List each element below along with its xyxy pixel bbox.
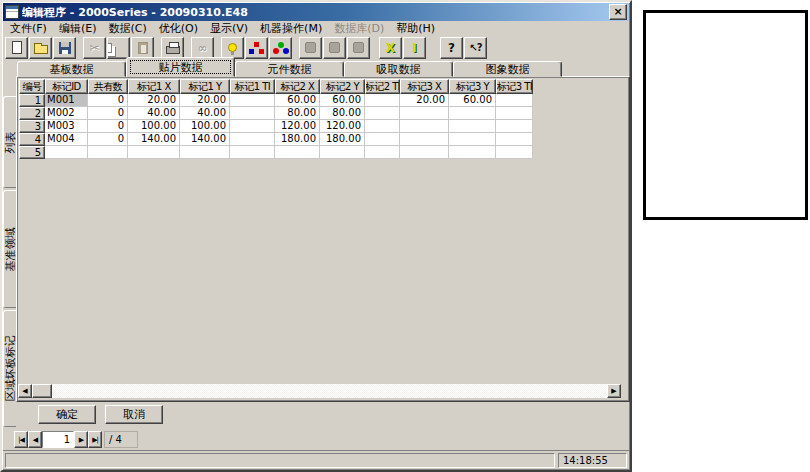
grid-cell[interactable] bbox=[400, 107, 449, 120]
grid-cell[interactable]: 140.00 bbox=[128, 133, 180, 146]
grid-cell[interactable] bbox=[496, 94, 533, 107]
grid-cell[interactable] bbox=[230, 133, 275, 146]
column-header[interactable]: 标记3 TI bbox=[496, 79, 533, 94]
grid-cell[interactable] bbox=[449, 120, 496, 133]
grid-cell[interactable]: 40.00 bbox=[128, 107, 180, 120]
cut-button[interactable]: ✂ bbox=[83, 37, 106, 59]
grid-cell[interactable] bbox=[230, 94, 275, 107]
ok-button[interactable]: 确定 bbox=[38, 405, 96, 424]
side-tab-bad-board-mark[interactable]: 区域坏板标记 bbox=[3, 310, 16, 427]
column-header[interactable]: 标记2 TI bbox=[365, 79, 400, 94]
column-header[interactable]: 标记2 X bbox=[275, 79, 320, 94]
grid-cell[interactable] bbox=[449, 133, 496, 146]
grid-cell[interactable] bbox=[365, 120, 400, 133]
grid-cell[interactable]: 0 bbox=[88, 94, 128, 107]
optimize-button[interactable] bbox=[221, 37, 244, 59]
tab-component-data[interactable]: 元件数据 bbox=[235, 61, 344, 77]
mark-i-button[interactable]: I bbox=[403, 37, 426, 59]
grid-cell[interactable] bbox=[496, 133, 533, 146]
grid-cell[interactable] bbox=[449, 146, 496, 159]
grid-cell[interactable]: 100.00 bbox=[128, 120, 180, 133]
grid-cell[interactable]: M003 bbox=[45, 120, 88, 133]
grid-cell[interactable]: 180.00 bbox=[320, 133, 365, 146]
row-header[interactable]: 2 bbox=[19, 107, 45, 120]
grid-cell[interactable] bbox=[230, 146, 275, 159]
context-help-button[interactable]: ↖? bbox=[464, 37, 487, 59]
copy-button[interactable] bbox=[107, 37, 130, 59]
grid-cell[interactable]: 20.00 bbox=[128, 94, 180, 107]
grid-cell[interactable] bbox=[496, 120, 533, 133]
grid-cell[interactable]: 0 bbox=[88, 120, 128, 133]
mark-x-button[interactable]: X bbox=[379, 37, 402, 59]
grid-cell[interactable] bbox=[365, 133, 400, 146]
grid-cell[interactable] bbox=[400, 120, 449, 133]
grid-cell[interactable]: M004 bbox=[45, 133, 88, 146]
grid-cell[interactable]: 20.00 bbox=[180, 94, 230, 107]
machine-structure-button[interactable] bbox=[245, 37, 268, 59]
grid-cell-selected[interactable]: M001 bbox=[45, 94, 88, 107]
tab-image-data[interactable]: 图象数据 bbox=[453, 61, 562, 77]
side-tab-fiducial-area[interactable]: 基准领域 bbox=[3, 190, 16, 308]
column-header[interactable]: 标记ID bbox=[45, 79, 88, 94]
grid-cell[interactable]: 120.00 bbox=[275, 120, 320, 133]
paste-button[interactable] bbox=[131, 37, 154, 59]
prev-page-button[interactable]: ◀ bbox=[28, 431, 42, 448]
scroll-right-button[interactable]: ▶ bbox=[607, 384, 621, 398]
column-header[interactable]: 标记1 TI bbox=[230, 79, 275, 94]
grid-cell[interactable] bbox=[128, 146, 180, 159]
menu-view[interactable]: 显示(V) bbox=[204, 22, 254, 36]
print-button[interactable] bbox=[161, 37, 184, 59]
row-header[interactable]: 5 bbox=[19, 146, 45, 159]
column-header[interactable]: 标记1 X bbox=[128, 79, 180, 94]
tab-placement-data[interactable]: 贴片数据 bbox=[126, 57, 235, 77]
grid-cell[interactable]: 120.00 bbox=[320, 120, 365, 133]
menu-optimize[interactable]: 优化(O) bbox=[153, 22, 204, 36]
find-button[interactable]: ∞ bbox=[191, 37, 214, 59]
grid-cell[interactable] bbox=[496, 107, 533, 120]
grid-cell[interactable] bbox=[45, 146, 88, 159]
close-button[interactable]: × bbox=[609, 4, 627, 20]
column-header[interactable]: 标记1 Y bbox=[180, 79, 230, 94]
grid-cell[interactable] bbox=[320, 146, 365, 159]
grid-cell[interactable] bbox=[180, 146, 230, 159]
menu-help[interactable]: 帮助(H) bbox=[390, 22, 441, 36]
grid-cell[interactable] bbox=[230, 120, 275, 133]
column-header[interactable]: 标记2 Y bbox=[320, 79, 365, 94]
row-header[interactable]: 4 bbox=[19, 133, 45, 146]
disabled-tool-2-button[interactable] bbox=[323, 37, 346, 59]
grid-cell[interactable]: 60.00 bbox=[449, 94, 496, 107]
menu-machine-operation[interactable]: 机器操作(M) bbox=[254, 22, 328, 36]
help-button[interactable]: ? bbox=[440, 37, 463, 59]
grid-cell[interactable]: 80.00 bbox=[275, 107, 320, 120]
new-button[interactable] bbox=[5, 37, 28, 59]
grid-cell[interactable]: 80.00 bbox=[320, 107, 365, 120]
menu-data[interactable]: 数据(C) bbox=[102, 22, 152, 36]
next-page-button[interactable]: ▶ bbox=[74, 431, 88, 448]
grid-cell[interactable]: 60.00 bbox=[320, 94, 365, 107]
menu-file[interactable]: 文件(F) bbox=[4, 22, 53, 36]
component-view-button[interactable] bbox=[269, 37, 292, 59]
scrollbar-thumb[interactable] bbox=[32, 384, 52, 398]
grid-cell[interactable] bbox=[496, 146, 533, 159]
grid-cell[interactable] bbox=[400, 146, 449, 159]
tab-board-data[interactable]: 基板数据 bbox=[17, 61, 126, 77]
open-button[interactable] bbox=[29, 37, 52, 59]
scrollbar-track[interactable] bbox=[52, 384, 607, 398]
grid-cell[interactable] bbox=[365, 94, 400, 107]
grid-cell[interactable] bbox=[365, 146, 400, 159]
grid-cell[interactable]: 20.00 bbox=[400, 94, 449, 107]
grid-cell[interactable]: 0 bbox=[88, 133, 128, 146]
grid-cell[interactable] bbox=[275, 146, 320, 159]
cancel-button[interactable]: 取消 bbox=[105, 405, 163, 424]
grid-cell[interactable] bbox=[230, 107, 275, 120]
grid-cell[interactable] bbox=[400, 133, 449, 146]
disabled-tool-1-button[interactable] bbox=[299, 37, 322, 59]
grid-cell[interactable] bbox=[88, 146, 128, 159]
row-header[interactable]: 3 bbox=[19, 120, 45, 133]
grid-cell[interactable]: 140.00 bbox=[180, 133, 230, 146]
grid-cell[interactable]: 60.00 bbox=[275, 94, 320, 107]
grid-cell[interactable]: 180.00 bbox=[275, 133, 320, 146]
menu-edit[interactable]: 编辑(E) bbox=[53, 22, 103, 36]
grid-cell[interactable] bbox=[449, 107, 496, 120]
menu-database[interactable]: 数据库(D) bbox=[328, 22, 390, 36]
